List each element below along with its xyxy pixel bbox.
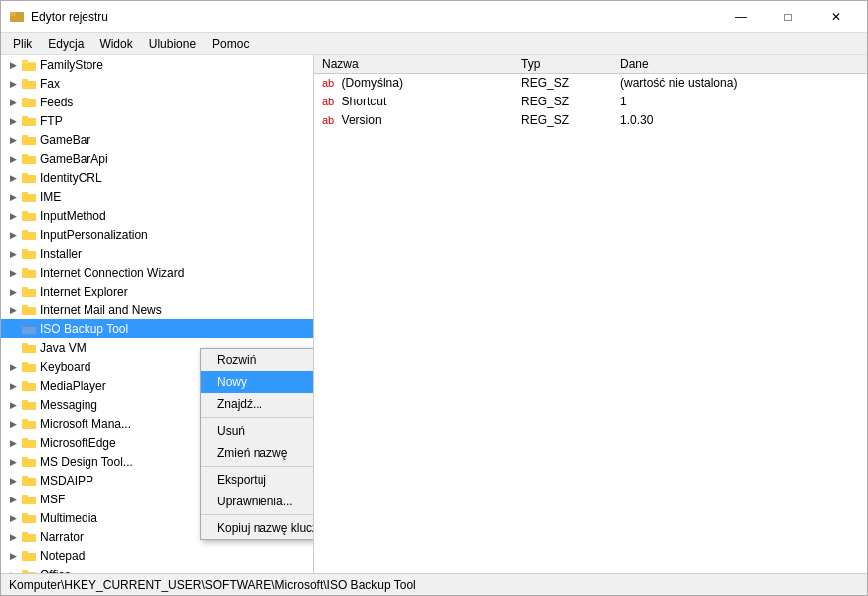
expand-installer[interactable]: ▶ bbox=[5, 246, 21, 262]
folder-icon-office bbox=[21, 567, 37, 574]
expand-identitycrl[interactable]: ▶ bbox=[5, 170, 21, 186]
folder-icon-msdaipp bbox=[21, 473, 37, 489]
svg-rect-77 bbox=[22, 513, 28, 516]
expand-javavm[interactable] bbox=[5, 340, 21, 356]
tree-item-familystore[interactable]: ▶ FamilyStore bbox=[1, 55, 313, 74]
folder-icon-ie bbox=[21, 284, 37, 299]
maximize-button[interactable]: □ bbox=[766, 1, 811, 33]
expand-familystore[interactable]: ▶ bbox=[5, 57, 21, 73]
context-menu-main: Rozwiń Nowy ▶ Znajdź... Usuń Zmień nazwę bbox=[200, 348, 314, 540]
svg-rect-78 bbox=[22, 516, 36, 523]
svg-rect-23 bbox=[22, 173, 28, 176]
tree-item-installer[interactable]: ▶ Installer bbox=[1, 244, 313, 263]
tree-label-keyboard: Keyboard bbox=[40, 360, 90, 374]
reg-icon-2: ab bbox=[322, 114, 334, 126]
tree-item-ime[interactable]: ▶ IME bbox=[1, 187, 313, 206]
svg-rect-8 bbox=[22, 79, 28, 82]
tree-label-notepad: Notepad bbox=[40, 549, 85, 563]
tree-label-identitycrl: IdentityCRL bbox=[40, 171, 102, 185]
ctx-usun[interactable]: Usuń bbox=[201, 420, 314, 442]
expand-feeds[interactable]: ▶ bbox=[5, 95, 21, 110]
expand-notepad[interactable]: ▶ bbox=[5, 548, 21, 564]
expand-ime[interactable]: ▶ bbox=[5, 189, 21, 205]
tree-item-gamebarapi[interactable]: ▶ GameBarApi bbox=[1, 149, 313, 168]
ctx-sep-3 bbox=[201, 514, 314, 515]
folder-icon-messaging bbox=[21, 397, 37, 413]
expand-iman[interactable]: ▶ bbox=[5, 302, 21, 318]
tree-pane[interactable]: ▶ FamilyStore ▶ bbox=[1, 55, 314, 573]
expand-msdesigntool[interactable]: ▶ bbox=[5, 454, 21, 470]
expand-inputmethod[interactable]: ▶ bbox=[5, 208, 21, 224]
tree-item-identitycrl[interactable]: ▶ IdentityCRL bbox=[1, 168, 313, 187]
expand-keyboard[interactable]: ▶ bbox=[5, 359, 21, 375]
expand-msf[interactable]: ▶ bbox=[5, 492, 21, 507]
table-row[interactable]: ab Shortcut REG_SZ 1 bbox=[314, 93, 867, 111]
expand-gamebar[interactable]: ▶ bbox=[5, 132, 21, 148]
tree-label-familystore: FamilyStore bbox=[40, 58, 103, 72]
ctx-eksportuj[interactable]: Eksportuj bbox=[201, 469, 314, 491]
expand-office[interactable]: ▶ bbox=[5, 567, 21, 574]
folder-icon-gamebar bbox=[21, 132, 37, 148]
tree-item-inputmethod[interactable]: ▶ InputMethod bbox=[1, 206, 313, 225]
ctx-sep-2 bbox=[201, 466, 314, 467]
table-row[interactable]: ab (Domyślna) REG_SZ (wartość nie ustalo… bbox=[314, 74, 867, 93]
svg-rect-20 bbox=[22, 154, 28, 157]
ctx-uprawnienia[interactable]: Uprawnienia... bbox=[201, 491, 314, 512]
ctx-kopiuj[interactable]: Kopiuj nazwę klucza bbox=[201, 517, 314, 539]
minimize-button[interactable]: — bbox=[718, 1, 764, 33]
tree-label-javavm: Java VM bbox=[40, 341, 87, 355]
tree-label-msdaipp: MSDAIPP bbox=[40, 474, 93, 488]
tree-item-ftp[interactable]: ▶ FTP bbox=[1, 111, 313, 130]
svg-rect-11 bbox=[22, 98, 28, 100]
ctx-nowy[interactable]: Nowy ▶ bbox=[201, 371, 314, 393]
folder-icon-identitycrl bbox=[21, 170, 37, 186]
ctx-zmien-nazwe[interactable]: Zmień nazwę bbox=[201, 442, 314, 464]
tree-item-gamebar[interactable]: ▶ GameBar bbox=[1, 130, 313, 149]
tree-item-inputpersonalization[interactable]: ▶ InputPersonalization bbox=[1, 225, 313, 244]
svg-rect-54 bbox=[22, 365, 36, 372]
tree-item-ie[interactable]: ▶ Internet Explorer bbox=[1, 282, 313, 300]
tree-label-gamebarapi: GameBarApi bbox=[40, 152, 108, 166]
expand-mediaplayer[interactable]: ▶ bbox=[5, 378, 21, 394]
svg-rect-86 bbox=[22, 570, 28, 573]
expand-microsoftmana[interactable]: ▶ bbox=[5, 416, 21, 432]
expand-isobackup[interactable] bbox=[5, 321, 21, 337]
tree-item-icw[interactable]: ▶ Internet Connection Wizard bbox=[1, 263, 313, 282]
ctx-rozwin[interactable]: Rozwiń bbox=[201, 349, 314, 371]
menu-ulubione[interactable]: Ulubione bbox=[141, 35, 204, 53]
right-pane: Nazwa Typ Dane ab (Domyślna) REG_SZ bbox=[314, 55, 867, 573]
expand-narrator[interactable]: ▶ bbox=[5, 529, 21, 545]
ctx-znajdz[interactable]: Znajdź... bbox=[201, 393, 314, 415]
svg-rect-87 bbox=[22, 573, 36, 574]
menu-widok[interactable]: Widok bbox=[91, 35, 140, 53]
svg-rect-33 bbox=[22, 233, 36, 240]
expand-multimedia[interactable]: ▶ bbox=[5, 510, 21, 526]
tree-item-isobackup[interactable]: ISO Backup Tool bbox=[1, 319, 313, 338]
expand-ftp[interactable]: ▶ bbox=[5, 113, 21, 129]
tree-item-office[interactable]: ▶ Office bbox=[1, 565, 313, 573]
cell-dane-2: 1.0.30 bbox=[612, 111, 867, 130]
expand-messaging[interactable]: ▶ bbox=[5, 397, 21, 413]
expand-ie[interactable]: ▶ bbox=[5, 284, 21, 299]
expand-icw[interactable]: ▶ bbox=[5, 265, 21, 281]
reg-icon-1: ab bbox=[322, 96, 334, 107]
menu-edycja[interactable]: Edycja bbox=[40, 35, 91, 53]
menu-pomoc[interactable]: Pomoc bbox=[204, 35, 257, 53]
svg-rect-14 bbox=[22, 116, 28, 119]
table-row[interactable]: ab Version REG_SZ 1.0.30 bbox=[314, 111, 867, 130]
menu-plik[interactable]: Plik bbox=[5, 35, 40, 53]
svg-rect-66 bbox=[22, 441, 36, 448]
expand-msdaipp[interactable]: ▶ bbox=[5, 473, 21, 489]
tree-item-feeds[interactable]: ▶ Feeds bbox=[1, 93, 313, 111]
expand-inputpersonalization[interactable]: ▶ bbox=[5, 227, 21, 243]
expand-microsoftedge[interactable]: ▶ bbox=[5, 435, 21, 451]
tree-item-notepad[interactable]: ▶ Notepad bbox=[1, 546, 313, 565]
expand-fax[interactable]: ▶ bbox=[5, 76, 21, 92]
expand-gamebarapi[interactable]: ▶ bbox=[5, 151, 21, 167]
cell-dane-1: 1 bbox=[612, 93, 867, 111]
cell-typ-2: REG_SZ bbox=[513, 111, 612, 130]
folder-icon-installer bbox=[21, 246, 37, 262]
tree-item-iman[interactable]: ▶ Internet Mail and News bbox=[1, 300, 313, 319]
close-button[interactable]: ✕ bbox=[813, 1, 859, 33]
tree-item-fax[interactable]: ▶ Fax bbox=[1, 74, 313, 93]
